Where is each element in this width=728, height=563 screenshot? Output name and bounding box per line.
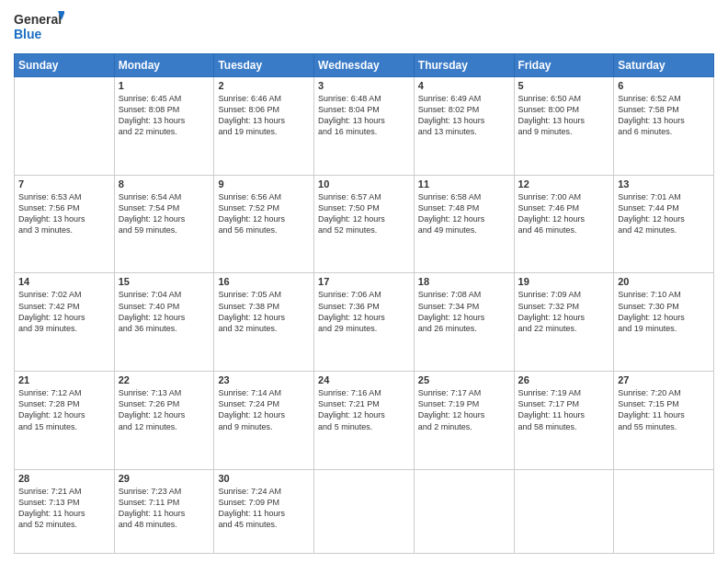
- day-cell: 19Sunrise: 7:09 AM Sunset: 7:32 PM Dayli…: [514, 273, 614, 372]
- day-cell: 16Sunrise: 7:05 AM Sunset: 7:38 PM Dayli…: [214, 273, 314, 372]
- day-cell: 21Sunrise: 7:12 AM Sunset: 7:28 PM Dayli…: [15, 372, 115, 470]
- weekday-header-thursday: Thursday: [414, 54, 514, 77]
- day-number: 3: [318, 80, 410, 91]
- day-cell: 15Sunrise: 7:04 AM Sunset: 7:40 PM Dayli…: [114, 273, 214, 372]
- day-info: Sunrise: 6:46 AM Sunset: 8:06 PM Dayligh…: [218, 93, 310, 138]
- weekday-header-monday: Monday: [114, 54, 214, 77]
- day-number: 19: [518, 276, 610, 287]
- day-number: 15: [119, 276, 210, 287]
- day-number: 6: [618, 80, 710, 91]
- day-number: 30: [218, 473, 310, 484]
- day-info: Sunrise: 7:08 AM Sunset: 7:34 PM Dayligh…: [418, 289, 510, 334]
- day-info: Sunrise: 6:54 AM Sunset: 7:54 PM Dayligh…: [119, 191, 210, 236]
- day-cell: 12Sunrise: 7:00 AM Sunset: 7:46 PM Dayli…: [514, 175, 614, 273]
- day-number: 25: [418, 374, 510, 385]
- day-number: 8: [119, 178, 210, 190]
- day-number: 14: [18, 276, 110, 287]
- day-cell: [15, 77, 115, 176]
- day-number: 29: [119, 473, 210, 484]
- day-cell: 20Sunrise: 7:10 AM Sunset: 7:30 PM Dayli…: [614, 273, 714, 372]
- day-cell: [514, 469, 614, 553]
- weekday-header-tuesday: Tuesday: [214, 54, 314, 77]
- header: General Blue: [14, 9, 714, 46]
- day-cell: 23Sunrise: 7:14 AM Sunset: 7:24 PM Dayli…: [214, 372, 314, 470]
- day-info: Sunrise: 6:56 AM Sunset: 7:52 PM Dayligh…: [218, 191, 310, 236]
- day-info: Sunrise: 7:02 AM Sunset: 7:42 PM Dayligh…: [18, 289, 110, 334]
- day-cell: 4Sunrise: 6:49 AM Sunset: 8:02 PM Daylig…: [414, 77, 514, 176]
- weekday-header-sunday: Sunday: [15, 54, 115, 77]
- calendar: SundayMondayTuesdayWednesdayThursdayFrid…: [14, 53, 714, 554]
- day-number: 28: [18, 473, 110, 484]
- week-row-3: 14Sunrise: 7:02 AM Sunset: 7:42 PM Dayli…: [15, 273, 714, 372]
- day-cell: 17Sunrise: 7:06 AM Sunset: 7:36 PM Dayli…: [314, 273, 415, 372]
- day-number: 4: [418, 80, 510, 91]
- day-number: 5: [518, 80, 610, 91]
- day-info: Sunrise: 7:23 AM Sunset: 7:11 PM Dayligh…: [119, 486, 210, 531]
- day-cell: 18Sunrise: 7:08 AM Sunset: 7:34 PM Dayli…: [414, 273, 514, 372]
- day-number: 17: [318, 276, 410, 287]
- day-info: Sunrise: 7:04 AM Sunset: 7:40 PM Dayligh…: [119, 289, 210, 334]
- logo: General Blue: [14, 9, 64, 46]
- day-info: Sunrise: 6:45 AM Sunset: 8:08 PM Dayligh…: [119, 93, 210, 138]
- day-cell: 14Sunrise: 7:02 AM Sunset: 7:42 PM Dayli…: [15, 273, 115, 372]
- day-cell: 6Sunrise: 6:52 AM Sunset: 7:58 PM Daylig…: [614, 77, 714, 176]
- weekday-header-saturday: Saturday: [614, 54, 714, 77]
- day-number: 11: [418, 178, 510, 190]
- day-cell: 24Sunrise: 7:16 AM Sunset: 7:21 PM Dayli…: [314, 372, 415, 470]
- day-cell: 3Sunrise: 6:48 AM Sunset: 8:04 PM Daylig…: [314, 77, 415, 176]
- day-number: 23: [218, 374, 310, 385]
- day-info: Sunrise: 6:48 AM Sunset: 8:04 PM Dayligh…: [318, 93, 410, 138]
- day-number: 24: [318, 374, 410, 385]
- page: General Blue SundayMondayTuesdayWednesda…: [0, 0, 728, 563]
- day-number: 10: [318, 178, 410, 190]
- day-info: Sunrise: 6:53 AM Sunset: 7:56 PM Dayligh…: [18, 191, 110, 236]
- day-cell: [614, 469, 714, 553]
- day-cell: [314, 469, 415, 553]
- day-number: 1: [119, 80, 210, 91]
- day-info: Sunrise: 7:10 AM Sunset: 7:30 PM Dayligh…: [618, 289, 710, 334]
- day-info: Sunrise: 6:57 AM Sunset: 7:50 PM Dayligh…: [318, 191, 410, 236]
- day-cell: 13Sunrise: 7:01 AM Sunset: 7:44 PM Dayli…: [614, 175, 714, 273]
- day-info: Sunrise: 7:12 AM Sunset: 7:28 PM Dayligh…: [18, 387, 110, 432]
- day-info: Sunrise: 7:05 AM Sunset: 7:38 PM Dayligh…: [218, 289, 310, 334]
- week-row-1: 1Sunrise: 6:45 AM Sunset: 8:08 PM Daylig…: [15, 77, 714, 176]
- day-cell: 1Sunrise: 6:45 AM Sunset: 8:08 PM Daylig…: [114, 77, 214, 176]
- day-info: Sunrise: 6:58 AM Sunset: 7:48 PM Dayligh…: [418, 191, 510, 236]
- day-number: 9: [218, 178, 310, 190]
- day-number: 12: [518, 178, 610, 190]
- day-info: Sunrise: 7:17 AM Sunset: 7:19 PM Dayligh…: [418, 387, 510, 432]
- day-info: Sunrise: 7:24 AM Sunset: 7:09 PM Dayligh…: [218, 486, 310, 531]
- day-info: Sunrise: 6:49 AM Sunset: 8:02 PM Dayligh…: [418, 93, 510, 138]
- day-number: 18: [418, 276, 510, 287]
- day-info: Sunrise: 7:13 AM Sunset: 7:26 PM Dayligh…: [119, 387, 210, 432]
- day-cell: 2Sunrise: 6:46 AM Sunset: 8:06 PM Daylig…: [214, 77, 314, 176]
- day-info: Sunrise: 7:21 AM Sunset: 7:13 PM Dayligh…: [18, 486, 110, 531]
- day-info: Sunrise: 7:14 AM Sunset: 7:24 PM Dayligh…: [218, 387, 310, 432]
- day-info: Sunrise: 6:50 AM Sunset: 8:00 PM Dayligh…: [518, 93, 610, 138]
- day-number: 2: [218, 80, 310, 91]
- day-cell: 10Sunrise: 6:57 AM Sunset: 7:50 PM Dayli…: [314, 175, 415, 273]
- logo-svg: General Blue: [14, 9, 64, 46]
- day-cell: 9Sunrise: 6:56 AM Sunset: 7:52 PM Daylig…: [214, 175, 314, 273]
- day-info: Sunrise: 7:01 AM Sunset: 7:44 PM Dayligh…: [618, 191, 710, 236]
- day-info: Sunrise: 7:19 AM Sunset: 7:17 PM Dayligh…: [518, 387, 610, 432]
- day-number: 22: [119, 374, 210, 385]
- day-cell: 29Sunrise: 7:23 AM Sunset: 7:11 PM Dayli…: [114, 469, 214, 553]
- day-info: Sunrise: 6:52 AM Sunset: 7:58 PM Dayligh…: [618, 93, 710, 138]
- day-cell: [414, 469, 514, 553]
- day-number: 16: [218, 276, 310, 287]
- weekday-header-wednesday: Wednesday: [314, 54, 415, 77]
- day-cell: 7Sunrise: 6:53 AM Sunset: 7:56 PM Daylig…: [15, 175, 115, 273]
- day-cell: 5Sunrise: 6:50 AM Sunset: 8:00 PM Daylig…: [514, 77, 614, 176]
- day-cell: 22Sunrise: 7:13 AM Sunset: 7:26 PM Dayli…: [114, 372, 214, 470]
- day-info: Sunrise: 7:00 AM Sunset: 7:46 PM Dayligh…: [518, 191, 610, 236]
- day-info: Sunrise: 7:06 AM Sunset: 7:36 PM Dayligh…: [318, 289, 410, 334]
- day-cell: 26Sunrise: 7:19 AM Sunset: 7:17 PM Dayli…: [514, 372, 614, 470]
- weekday-header-row: SundayMondayTuesdayWednesdayThursdayFrid…: [15, 54, 714, 77]
- day-number: 26: [518, 374, 610, 385]
- week-row-5: 28Sunrise: 7:21 AM Sunset: 7:13 PM Dayli…: [15, 469, 714, 553]
- day-info: Sunrise: 7:16 AM Sunset: 7:21 PM Dayligh…: [318, 387, 410, 432]
- svg-text:Blue: Blue: [14, 27, 42, 41]
- day-number: 21: [18, 374, 110, 385]
- day-number: 20: [618, 276, 710, 287]
